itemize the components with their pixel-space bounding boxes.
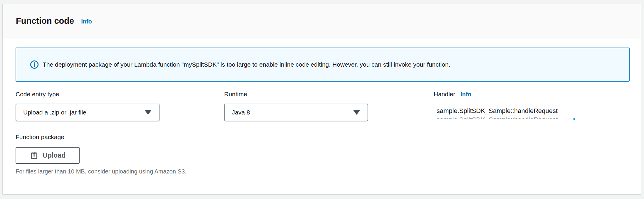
code-entry-type-select[interactable]: Upload a .zip or .jar file <box>16 104 160 121</box>
page-title: Function code <box>16 16 74 26</box>
runtime-select[interactable]: Java 8 <box>224 104 368 121</box>
code-entry-type-label: Code entry type <box>16 91 59 98</box>
handler-value: sample.SplitSDK_Sample::handleRequest <box>437 107 558 115</box>
text-caret-artifact <box>573 118 575 120</box>
handler-clipped-text-artifact: sample.SplitSDK_Sample::handleRequest <box>437 116 613 119</box>
alert-message: The deployment package of your Lambda fu… <box>43 60 450 68</box>
handler-label-row: Handler Info <box>434 91 471 98</box>
function-code-panel: Function code Info The deployment packag… <box>2 4 641 194</box>
upload-helper-text: For files larger than 10 MB, consider up… <box>16 168 186 175</box>
handler-label: Handler <box>434 91 455 98</box>
handler-info-link[interactable]: Info <box>461 91 472 98</box>
panel-header: Function code Info <box>3 4 641 38</box>
runtime-label: Runtime <box>224 91 247 98</box>
caret-down-icon <box>353 110 360 115</box>
panel-info-link[interactable]: Info <box>81 18 92 25</box>
upload-button[interactable]: Upload <box>16 147 80 164</box>
caret-down-icon <box>145 110 151 115</box>
code-entry-type-value: Upload a .zip or .jar file <box>23 109 86 116</box>
function-package-label: Function package <box>16 134 64 141</box>
upload-button-label: Upload <box>43 151 66 159</box>
runtime-value: Java 8 <box>232 109 250 116</box>
info-circle-icon <box>30 60 39 69</box>
upload-icon <box>30 151 38 160</box>
info-alert: The deployment package of your Lambda fu… <box>16 48 630 82</box>
